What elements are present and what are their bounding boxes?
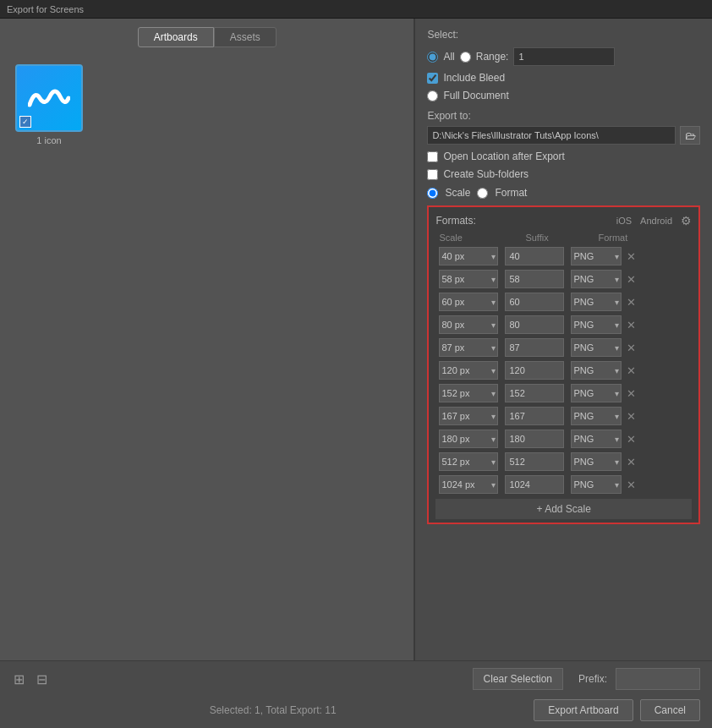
prefix-input[interactable] bbox=[616, 668, 700, 690]
scale-select[interactable]: 58 px bbox=[439, 270, 498, 288]
left-panel: Artboards Assets ✓ 1 icon bbox=[0, 19, 414, 660]
status-text: Selected: 1, Total Export: 11 bbox=[12, 704, 534, 716]
path-input[interactable] bbox=[427, 126, 676, 145]
table-row: 152 px PNG ✕ bbox=[435, 382, 692, 404]
table-row: 60 px PNG ✕ bbox=[435, 291, 692, 313]
create-subfolders-row: Create Sub-folders bbox=[427, 168, 700, 180]
format-select[interactable]: PNG bbox=[571, 270, 622, 288]
scale-select[interactable]: 80 px bbox=[439, 315, 498, 334]
wave-svg bbox=[28, 81, 70, 115]
path-row: 🗁 bbox=[427, 126, 700, 145]
tab-assets[interactable]: Assets bbox=[214, 27, 277, 47]
suffix-input[interactable] bbox=[505, 338, 564, 357]
format-select[interactable]: PNG bbox=[571, 430, 622, 448]
table-row: 40 px PNG ✕ bbox=[435, 245, 692, 267]
suffix-input[interactable] bbox=[505, 247, 564, 265]
suffix-input[interactable] bbox=[505, 407, 564, 425]
formats-header: Formats: iOS Android ⚙ bbox=[435, 214, 692, 227]
remove-row-button[interactable]: ✕ bbox=[625, 274, 638, 285]
ios-preset-button[interactable]: iOS bbox=[616, 216, 632, 226]
format-select[interactable]: PNG bbox=[571, 452, 622, 471]
scale-select[interactable]: 167 px bbox=[439, 407, 498, 425]
format-select[interactable]: PNG bbox=[571, 293, 622, 311]
right-panel: Select: All Range: Include Bleed Full Do… bbox=[414, 19, 712, 660]
table-row: 180 px PNG ✕ bbox=[435, 428, 692, 450]
remove-row-button[interactable]: ✕ bbox=[625, 297, 638, 308]
remove-row-button[interactable]: ✕ bbox=[625, 388, 638, 399]
table-row: 512 px PNG ✕ bbox=[435, 451, 692, 473]
scale-select[interactable]: 1024 px bbox=[439, 475, 498, 494]
remove-row-button[interactable]: ✕ bbox=[625, 434, 638, 445]
cancel-button[interactable]: Cancel bbox=[640, 699, 700, 721]
create-subfolders-checkbox[interactable] bbox=[427, 169, 438, 180]
suffix-input[interactable] bbox=[505, 475, 564, 494]
scale-select[interactable]: 60 px bbox=[439, 293, 498, 311]
remove-row-button[interactable]: ✕ bbox=[625, 457, 638, 468]
suffix-input[interactable] bbox=[505, 452, 564, 471]
scale-label: Scale bbox=[445, 187, 470, 199]
format-select[interactable]: PNG bbox=[571, 384, 622, 402]
scale-select-wrapper: 40 px bbox=[439, 247, 498, 265]
scale-select[interactable]: 180 px bbox=[439, 430, 498, 448]
bottom-row1: ⊞ ⊟ Clear Selection Prefix: bbox=[12, 668, 700, 690]
format-select[interactable]: PNG bbox=[571, 475, 622, 494]
include-bleed-label: Include Bleed bbox=[443, 72, 505, 84]
remove-row-button[interactable]: ✕ bbox=[625, 251, 638, 262]
suffix-input[interactable] bbox=[505, 384, 564, 402]
scale-select[interactable]: 40 px bbox=[439, 247, 498, 265]
remove-row-button[interactable]: ✕ bbox=[625, 411, 638, 422]
scale-select[interactable]: 152 px bbox=[439, 384, 498, 402]
all-radio[interactable] bbox=[427, 52, 438, 63]
include-bleed-checkbox[interactable] bbox=[427, 73, 438, 84]
suffix-input[interactable] bbox=[505, 430, 564, 448]
range-input[interactable] bbox=[513, 47, 615, 66]
format-select-wrapper: PNG bbox=[571, 407, 622, 425]
remove-row-button[interactable]: ✕ bbox=[625, 342, 638, 353]
open-location-row: Open Location after Export bbox=[427, 151, 700, 162]
format-select-wrapper: PNG bbox=[571, 338, 622, 357]
suffix-input[interactable] bbox=[505, 361, 564, 380]
col-format-label: Format bbox=[598, 233, 665, 243]
tab-artboards[interactable]: Artboards bbox=[138, 27, 214, 47]
artboard-thumbnail: ✓ bbox=[15, 64, 83, 132]
formats-box: Formats: iOS Android ⚙ Scale Suffix Form… bbox=[427, 205, 700, 524]
scale-select[interactable]: 120 px bbox=[439, 361, 498, 380]
bottom-row2: Selected: 1, Total Export: 11 Export Art… bbox=[12, 699, 700, 721]
table-row: 167 px PNG ✕ bbox=[435, 405, 692, 427]
format-select-wrapper: PNG bbox=[571, 361, 622, 380]
grid-view-button[interactable]: ⊞ bbox=[12, 670, 26, 689]
scale-select-wrapper: 120 px bbox=[439, 361, 498, 380]
scale-select-wrapper: 87 px bbox=[439, 338, 498, 357]
remove-row-button[interactable]: ✕ bbox=[625, 365, 638, 376]
remove-row-button[interactable]: ✕ bbox=[625, 479, 638, 490]
scale-select[interactable]: 87 px bbox=[439, 338, 498, 357]
remove-row-button[interactable]: ✕ bbox=[625, 320, 638, 331]
full-document-radio[interactable] bbox=[427, 90, 438, 101]
browse-folder-button[interactable]: 🗁 bbox=[680, 126, 700, 145]
scale-radio[interactable] bbox=[427, 188, 438, 199]
artboard-item[interactable]: ✓ 1 icon bbox=[15, 64, 83, 645]
scale-select-wrapper: 152 px bbox=[439, 384, 498, 402]
list-view-button[interactable]: ⊟ bbox=[35, 670, 49, 689]
title-label: Export for Screens bbox=[7, 4, 84, 14]
suffix-input[interactable] bbox=[505, 293, 564, 311]
format-select[interactable]: PNG bbox=[571, 338, 622, 357]
clear-selection-button[interactable]: Clear Selection bbox=[473, 668, 563, 690]
scale-select-wrapper: 512 px bbox=[439, 452, 498, 471]
suffix-input[interactable] bbox=[505, 315, 564, 334]
gear-button[interactable]: ⚙ bbox=[681, 214, 692, 227]
scale-select-wrapper: 180 px bbox=[439, 430, 498, 448]
format-select[interactable]: PNG bbox=[571, 407, 622, 425]
format-radio[interactable] bbox=[477, 188, 488, 199]
range-radio[interactable] bbox=[460, 52, 471, 63]
android-preset-button[interactable]: Android bbox=[640, 216, 672, 226]
format-select[interactable]: PNG bbox=[571, 361, 622, 380]
open-location-checkbox[interactable] bbox=[427, 151, 438, 162]
format-select[interactable]: PNG bbox=[571, 315, 622, 334]
add-scale-button[interactable]: + Add Scale bbox=[435, 499, 692, 519]
format-select[interactable]: PNG bbox=[571, 247, 622, 265]
export-artboard-button[interactable]: Export Artboard bbox=[534, 699, 633, 721]
scale-select[interactable]: 512 px bbox=[439, 452, 498, 471]
col-scale-label: Scale bbox=[439, 233, 507, 243]
suffix-input[interactable] bbox=[505, 270, 564, 288]
